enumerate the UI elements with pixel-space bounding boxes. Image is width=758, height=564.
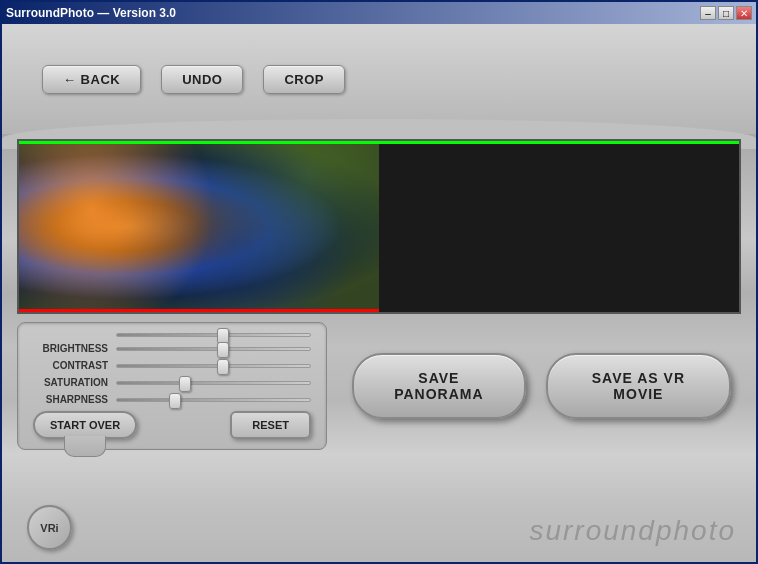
app-window: SurroundPhoto — Version 3.0 – □ ✕ ← BACK… [0, 0, 758, 564]
image-left-half [19, 141, 379, 312]
contrast-track[interactable] [116, 364, 311, 368]
vri-text: VRi [40, 522, 58, 534]
brightness-row: BRIGHTNESS [33, 343, 311, 354]
undo-button[interactable]: UNDO [161, 65, 243, 94]
sharpness-thumb[interactable] [169, 393, 181, 409]
brightness-thumb[interactable] [217, 342, 229, 358]
brightness-label: BRIGHTNESS [33, 343, 108, 354]
image-panel [17, 139, 741, 314]
save-panorama-button[interactable]: SAVE PANORAMA [352, 353, 526, 419]
close-button[interactable]: ✕ [736, 6, 752, 20]
contrast-row: CONTRAST [33, 360, 311, 371]
top-slider-track[interactable] [116, 333, 311, 337]
sharpness-track[interactable] [116, 398, 311, 402]
bottom-buttons-row: START OVER RESET [33, 411, 311, 439]
sharpness-row: SHARPNESS [33, 394, 311, 405]
controls-area: BRIGHTNESS CONTRAST SATURATION [2, 322, 756, 450]
saturation-track[interactable] [116, 381, 311, 385]
brightness-track[interactable] [116, 347, 311, 351]
maximize-button[interactable]: □ [718, 6, 734, 20]
contrast-label: CONTRAST [33, 360, 108, 371]
green-line-indicator [19, 141, 739, 144]
crop-button[interactable]: CROP [263, 65, 345, 94]
toolbar-area: ← BACK UNDO CROP [2, 24, 756, 134]
sliders-panel: BRIGHTNESS CONTRAST SATURATION [17, 322, 327, 450]
minimize-button[interactable]: – [700, 6, 716, 20]
contrast-thumb[interactable] [217, 359, 229, 375]
saturation-row: SATURATION [33, 377, 311, 388]
sharpness-label: SHARPNESS [33, 394, 108, 405]
back-button[interactable]: ← BACK [42, 65, 141, 94]
saturation-thumb[interactable] [179, 376, 191, 392]
reset-button[interactable]: RESET [230, 411, 311, 439]
brand-text: surroundphoto [529, 515, 736, 547]
top-slider-row [33, 333, 311, 337]
image-right-half [19, 312, 379, 314]
window-controls: – □ ✕ [700, 6, 752, 20]
title-bar: SurroundPhoto — Version 3.0 – □ ✕ [2, 2, 756, 24]
action-buttons-area: SAVE PANORAMA SAVE AS VR MOVIE [342, 322, 741, 450]
window-title: SurroundPhoto — Version 3.0 [6, 6, 176, 20]
saturation-label: SATURATION [33, 377, 108, 388]
main-content: ← BACK UNDO CROP [2, 24, 756, 562]
red-line-indicator [19, 309, 379, 312]
save-vr-movie-button[interactable]: SAVE AS VR MOVIE [546, 353, 731, 419]
vri-logo: VRi [27, 505, 72, 550]
start-over-button[interactable]: START OVER [33, 411, 137, 439]
